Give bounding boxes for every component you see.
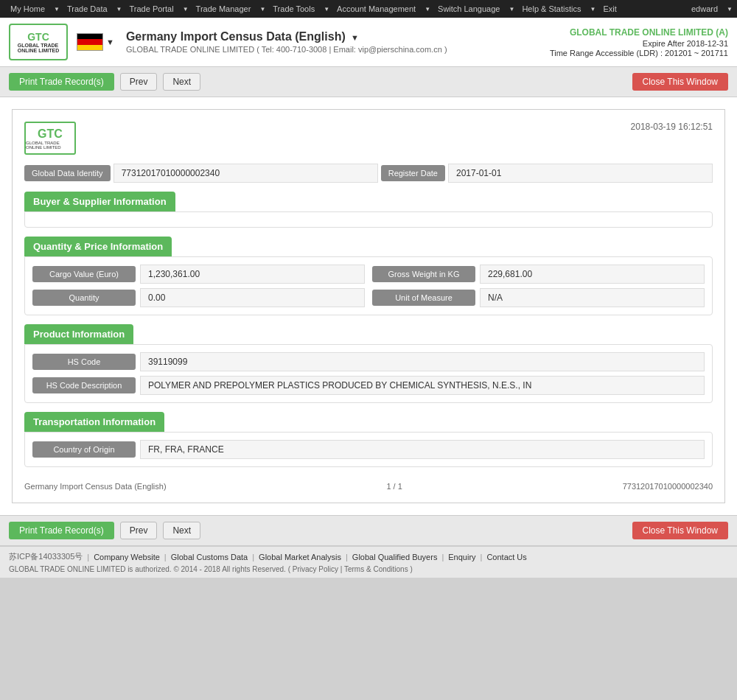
hs-code-desc-value: POLYMER AND PREPOLYMER PLASTICS PRODUCED… [140,376,705,395]
transportation-section: Transportation Information Country of Or… [24,412,713,467]
record-footer-page: 1 / 1 [386,482,402,491]
logo-main-text: GTC [27,31,49,43]
country-origin-value: FR, FRA, FRANCE [140,440,705,459]
close-button-top[interactable]: Close This Window [632,73,728,91]
gross-weight-label: Gross Weight in KG [372,266,475,282]
close-button-bottom[interactable]: Close This Window [632,522,728,539]
nav-trade-data[interactable]: Trade Data [61,0,113,18]
quantity-price-container: Cargo Value (Euro) 1,230,361.00 Gross We… [24,256,713,315]
footer-company-website[interactable]: Company Website [94,553,160,561]
unit-measure-value: N/A [480,288,705,307]
nav-trade-manager[interactable]: Trade Manager [190,0,257,18]
bottom-action-bar: Print Trade Record(s) Prev Next Close Th… [0,515,737,546]
flag-dropdown[interactable]: ▼ [106,38,114,46]
switch-lang-arrow: ▼ [509,6,514,13]
time-range: Time Range Accessible (LDR) : 201201 ~ 2… [550,49,728,57]
trade-portal-arrow: ▼ [183,6,189,13]
company-name-link[interactable]: GLOBAL TRADE ONLINE LIMITED (A) [550,27,728,38]
nav-help-stats[interactable]: Help & Statistics [516,0,587,18]
buyer-supplier-container [24,211,713,228]
icp-badge-inline: 苏ICP备14033305号 [9,551,83,562]
page-footer: 苏ICP备14033305号 | Company Website | Globa… [0,546,737,578]
footer-enquiry[interactable]: Enquiry [448,553,475,561]
print-button-top[interactable]: Print Trade Record(s) [9,73,114,91]
buyer-supplier-body [25,212,712,227]
nav-account-mgmt[interactable]: Account Management [331,0,422,18]
cargo-value-value: 1,230,361.00 [140,265,365,284]
record-card: GTC GLOBAL TRADE ONLINE LIMITED 2018-03-… [12,109,725,503]
my-home-arrow: ▼ [54,6,60,13]
footer-sep-2: | [252,553,254,561]
footer-copyright: GLOBAL TRADE ONLINE LIMITED is authorize… [9,565,728,573]
unit-measure-label: Unit of Measure [372,290,475,306]
record-footer: Germany Import Census Data (English) 1 /… [24,476,713,491]
quantity-price-section: Quantity & Price Information Cargo Value… [24,237,713,315]
header-right: GLOBAL TRADE ONLINE LIMITED (A) Expire A… [550,27,728,57]
nav-switch-lang[interactable]: Switch Language [432,0,506,18]
next-button-top[interactable]: Next [163,73,200,91]
cargo-value-col: Cargo Value (Euro) 1,230,361.00 [32,265,365,284]
footer-sep-1: | [164,553,167,561]
germany-flag [77,33,103,51]
country-origin-label: Country of Origin [32,441,136,458]
unit-measure-col: Unit of Measure N/A [372,288,705,307]
register-date-label: Register Date [381,165,445,181]
record-timestamp: 2018-03-19 16:12:51 [631,122,713,132]
quantity-price-body: Cargo Value (Euro) 1,230,361.00 Gross We… [25,257,712,315]
prev-button-top[interactable]: Prev [120,73,158,91]
buyer-supplier-section: Buyer & Supplier Information [24,192,713,228]
next-button-bottom[interactable]: Next [163,522,200,539]
quantity-label: Quantity [32,290,136,306]
nav-trade-portal[interactable]: Trade Portal [124,0,180,18]
trade-data-arrow: ▼ [116,6,122,13]
quantity-value: 0.00 [140,288,365,307]
product-section: Product Information HS Code 39119099 HS … [24,324,713,403]
gross-weight-col: Gross Weight in KG 229,681.00 [372,265,705,284]
page-title-dropdown[interactable]: ▼ [351,33,359,42]
country-origin-row: Country of Origin FR, FRA, FRANCE [32,440,705,459]
footer-sep-5: | [481,553,483,561]
account-mgmt-arrow: ▼ [425,6,430,13]
register-date-value: 2017-01-01 [448,164,713,183]
footer-customs-data[interactable]: Global Customs Data [171,553,248,561]
record-logo: GTC GLOBAL TRADE ONLINE LIMITED [24,122,76,155]
page-title-area: Germany Import Census Data (English) ▼ G… [126,30,447,54]
footer-links: 苏ICP备14033305号 | Company Website | Globa… [9,551,728,562]
footer-contact-us[interactable]: Contact Us [486,553,526,561]
logo: GTC GLOBAL TRADEONLINE LIMITED [9,24,68,60]
product-header: Product Information [24,324,133,344]
hs-code-desc-label: HS Code Description [32,377,136,393]
footer-qualified-buyers[interactable]: Global Qualified Buyers [352,553,438,561]
quantity-price-header: Quantity & Price Information [24,237,172,256]
footer-sep-4: | [441,553,444,561]
page-header: GTC GLOBAL TRADEONLINE LIMITED ▼ Germany… [0,18,737,67]
logo-area: GTC GLOBAL TRADEONLINE LIMITED [9,24,68,60]
help-stats-arrow: ▼ [590,6,595,13]
hs-code-label: HS Code [32,354,136,370]
trade-tools-arrow: ▼ [324,6,329,13]
top-navigation: My Home ▼ Trade Data ▼ Trade Portal ▼ Tr… [0,0,737,18]
print-button-bottom[interactable]: Print Trade Record(s) [9,522,114,539]
logo-sub-text: GLOBAL TRADEONLINE LIMITED [18,43,59,53]
hs-code-desc-row: HS Code Description POLYMER AND PREPOLYM… [32,376,705,395]
prev-button-bottom[interactable]: Prev [120,522,158,539]
footer-sep-3: | [346,553,348,561]
footer-sep-0: | [87,553,89,561]
user-arrow: ▼ [727,6,733,13]
nav-exit[interactable]: Exit [597,0,622,18]
top-action-bar: Print Trade Record(s) Prev Next Close Th… [0,67,737,97]
record-footer-title: Germany Import Census Data (English) [24,482,167,491]
hs-code-value: 39119099 [140,352,705,371]
global-data-identity-value: 77312017010000002340 [113,164,378,183]
footer-market-analysis[interactable]: Global Market Analysis [259,553,341,561]
nav-trade-tools[interactable]: Trade Tools [267,0,321,18]
record-logo-sub: GLOBAL TRADE ONLINE LIMITED [26,141,74,150]
product-body: HS Code 39119099 HS Code Description POL… [25,345,712,402]
product-container: HS Code 39119099 HS Code Description POL… [24,344,713,403]
global-data-identity-label: Global Data Identity [24,165,111,181]
page-title: Germany Import Census Data (English) ▼ [126,30,447,43]
record-footer-id: 77312017010000002340 [623,482,713,491]
nav-my-home[interactable]: My Home [4,0,51,18]
hs-code-row: HS Code 39119099 [32,352,705,371]
gross-weight-value: 229,681.00 [480,265,705,284]
